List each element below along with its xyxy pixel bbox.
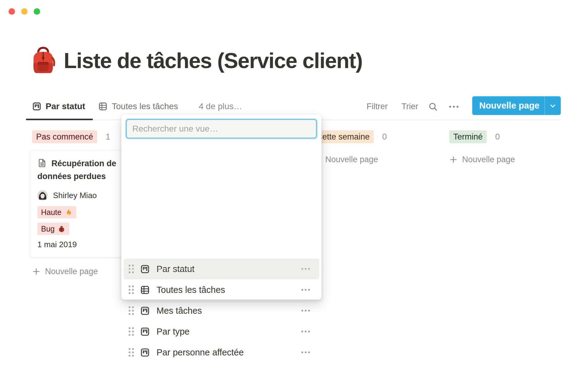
view-item-options-icon[interactable] [301,331,310,332]
minimize-window-button[interactable] [21,8,28,15]
tab-par-statut[interactable]: Par statut [32,101,85,112]
column-count: 1 [106,132,110,142]
page-title: Liste de tâches (Service client) [64,48,362,73]
view-menu-item-toutes-les-taches[interactable]: Toutes les tâches [124,279,319,300]
plus-icon [449,155,458,164]
board-view-icon [140,327,150,336]
new-page-dropdown-button[interactable] [545,96,561,115]
status-badge[interactable]: Cette semaine [312,130,374,143]
view-item-options-icon[interactable] [301,310,310,312]
filter-button[interactable]: Filtrer [367,101,388,112]
view-menu-item-mes-taches[interactable]: Mes tâches [124,300,319,321]
view-item-label: Par type [156,327,301,337]
view-menu-item-par-personne-affectee[interactable]: Par personne affectée [124,342,319,363]
menu-divider [121,269,322,269]
view-item-label: Mes tâches [156,306,301,316]
more-tabs-button[interactable]: 4 de plus… [199,101,242,112]
ellipsis-icon [449,106,458,108]
fire-emoji-icon [65,208,73,216]
new-page-link-pas-commence[interactable]: Nouvelle page [32,267,98,276]
tab-label: Par statut [46,102,85,111]
board-view-icon [32,102,41,111]
tab-toutes-les-taches[interactable]: Toutes les tâches [98,101,178,112]
drag-handle-icon[interactable] [129,286,134,294]
new-page-link-termine[interactable]: Nouvelle page [449,155,515,164]
more-options-button[interactable] [447,101,461,112]
view-item-options-icon[interactable] [301,351,310,353]
board-view-icon [140,306,150,316]
assignee-name: Shirley Miao [53,191,97,200]
view-menu-item-date-echeance[interactable]: Date d'échéance [124,363,319,368]
table-view-icon [140,285,150,295]
chevron-down-icon [549,102,557,110]
backpack-emoji-icon [30,46,56,75]
active-tab-underline [26,119,93,120]
view-search-input[interactable] [126,119,317,138]
drag-handle-icon[interactable] [129,306,134,315]
priority-tag: Haute [37,206,76,218]
ladybug-emoji-icon [58,225,66,233]
window-controls [9,8,40,15]
column-header-termine: Terminé 0 [449,130,500,143]
new-page-link-cette-semaine[interactable]: Nouvelle page [312,155,378,164]
drag-handle-icon[interactable] [129,348,134,357]
plus-icon [32,267,40,276]
page-icon [37,158,47,168]
status-badge[interactable]: Terminé [449,130,487,143]
zoom-window-button[interactable] [34,8,40,15]
column-count: 0 [382,132,387,142]
new-page-link-label: Nouvelle page [462,155,515,164]
type-tag: Bug [37,223,69,235]
tab-label: Toutes les tâches [112,102,178,111]
search-button[interactable] [428,101,439,112]
column-header-pas-commence: Pas commencé 1 [32,130,110,143]
new-page-button[interactable]: Nouvelle page [472,96,561,115]
view-item-label: Par personne affectée [156,347,301,358]
search-icon [428,102,438,112]
card-title: Récupération de données perdues [37,157,127,183]
column-count: 0 [495,132,500,142]
task-card[interactable]: Récupération de données perdues Shirley … [30,150,132,258]
view-menu-item-par-type[interactable]: Par type [124,321,319,342]
views-dropdown-menu: Par statut Toutes les tâches Mes tâches … [121,114,322,300]
sort-button[interactable]: Trier [401,101,418,112]
avatar [37,190,48,201]
column-header-cette-semaine: Cette semaine 0 [312,130,387,143]
new-page-button-label: Nouvelle page [472,96,545,115]
table-view-icon [98,102,107,111]
new-page-link-label: Nouvelle page [45,267,98,276]
board-view-icon [140,348,150,357]
app-window: Liste de tâches (Service client) Par sta… [0,0,588,368]
card-due-date: 1 mai 2019 [37,240,124,249]
new-page-link-label: Nouvelle page [325,155,378,164]
view-item-options-icon[interactable] [301,289,310,291]
drag-handle-icon[interactable] [129,327,134,336]
card-assignee: Shirley Miao [37,190,124,201]
page-header: Liste de tâches (Service client) [30,46,362,75]
status-badge[interactable]: Pas commencé [32,130,97,143]
view-item-label: Toutes les tâches [156,285,301,295]
close-window-button[interactable] [9,8,15,15]
